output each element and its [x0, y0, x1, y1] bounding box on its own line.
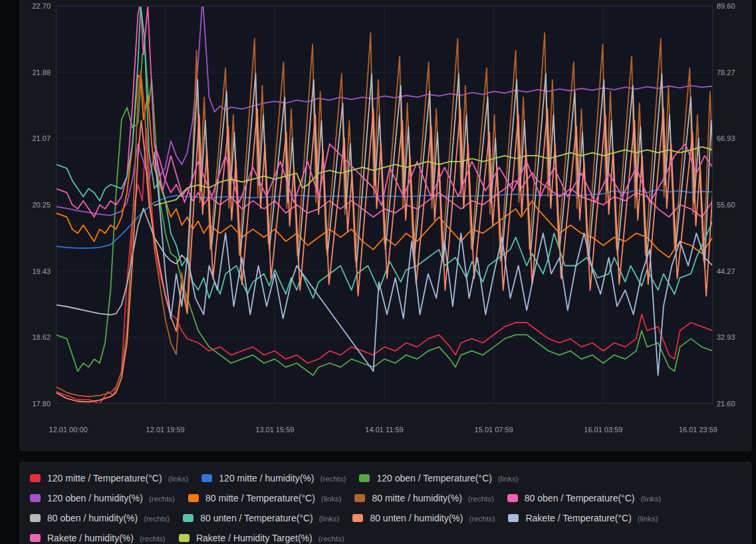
legend-label: Rakete / Humidity Target(%): [196, 533, 313, 543]
x-axis-tick: 16.01 03:59: [584, 426, 622, 434]
y-right-tick: 89.60: [717, 1, 750, 11]
legend-axis-scope: (links): [640, 493, 661, 503]
legend-label: 120 mitte / humidity(%): [219, 473, 314, 483]
y-right-tick: 66.93: [717, 133, 750, 144]
legend-label: 80 oben / humidity(%): [47, 513, 138, 523]
legend-item-80-mitte-temperature-c[interactable]: 80 mitte / Temperature(°C)(links): [188, 493, 342, 503]
legend-swatch-icon[interactable]: [201, 474, 212, 482]
legend-swatch-icon[interactable]: [354, 494, 365, 502]
legend-label: 80 mitte / humidity(%): [372, 493, 461, 503]
legend-swatch-icon[interactable]: [30, 474, 41, 482]
legend-axis-scope: (rechts): [144, 513, 170, 523]
legend-swatch-icon[interactable]: [352, 514, 363, 522]
legend-item-120-mitte-humidity[interactable]: 120 mitte / humidity(%)(rechts): [201, 473, 346, 483]
chart-svg: [56, 6, 713, 404]
y-left-tick: 21.07: [20, 133, 51, 144]
grafana-dashboard: { "panel": { "title": "Erich Erich 16" }…: [0, 0, 756, 544]
x-axis-tick: 13.01 15:59: [255, 426, 294, 434]
plot-area[interactable]: [56, 6, 713, 404]
legend-label: Rakete / humidity(%): [47, 533, 134, 543]
legend-item-80-mitte-humidity[interactable]: 80 mitte / humidity(%)(rechts): [354, 493, 493, 503]
legend-row: 120 oben / humidity(%)(rechts)80 mitte /…: [30, 491, 741, 505]
legend-swatch-icon[interactable]: [30, 494, 41, 502]
x-axis: 12.01 00:0012.01 19:5913.01 15:5914.01 1…: [56, 426, 713, 436]
legend-label: 120 oben / Temperature(°C): [376, 473, 491, 483]
x-axis-tick: 12.01 00:00: [49, 426, 88, 434]
legend-label: 80 unten / humidity(%): [370, 513, 463, 523]
y-left-tick: 22.70: [20, 1, 51, 11]
legend-axis-scope: (links): [168, 474, 189, 483]
legend-axis-scope: (links): [638, 513, 658, 523]
legend-row: Rakete / humidity(%)(rechts)Rakete / Hum…: [30, 531, 741, 544]
legend-row: 120 mitte / Temperature(°C)(links)120 mi…: [30, 472, 741, 485]
x-axis-tick: 12.01 19:59: [146, 426, 185, 434]
legend-panel: 120 mitte / Temperature(°C)(links)120 mi…: [20, 462, 751, 544]
legend-axis-scope: (links): [319, 513, 340, 523]
legend-axis-scope: (links): [321, 493, 342, 503]
legend-label: 120 mitte / Temperature(°C): [47, 473, 162, 483]
y-left-tick: 20.25: [20, 200, 51, 210]
legend-swatch-icon[interactable]: [508, 514, 519, 522]
legend-axis-scope: (links): [498, 474, 519, 483]
legend-label: Rakete / Temperature(°C): [525, 513, 631, 523]
y-left-tick: 18.62: [20, 332, 51, 342]
legend-label: 120 oben / humidity(%): [47, 493, 143, 503]
x-axis-tick: 15.01 07:59: [475, 426, 513, 434]
legend-label: 80 unten / Temperature(°C): [200, 513, 313, 523]
legend-swatch-icon[interactable]: [507, 494, 518, 502]
legend-label: 80 oben / Temperature(°C): [525, 493, 635, 503]
y-right-tick: 21.60: [717, 398, 750, 409]
y-right-tick: 32.93: [717, 332, 750, 342]
legend-item-120-oben-humidity[interactable]: 120 oben / humidity(%)(rechts): [30, 493, 175, 503]
legend-axis-scope: (rechts): [320, 474, 346, 483]
legend-item-80-unten-temperature-c[interactable]: 80 unten / Temperature(°C)(links): [183, 513, 339, 523]
y-left-tick: 21.88: [20, 67, 51, 78]
legend-item-rakete-temperature-c[interactable]: Rakete / Temperature(°C)(links): [508, 513, 658, 523]
x-axis-tick: 16.01 23:59: [679, 426, 717, 434]
x-axis-tick: 14.01 11:59: [365, 426, 403, 434]
legend-swatch-icon[interactable]: [30, 514, 41, 522]
legend-row: 80 oben / humidity(%)(rechts)80 unten / …: [30, 511, 741, 525]
legend-label: 80 mitte / Temperature(°C): [205, 493, 315, 503]
y-axis-right: 89.6078.2766.9355.6044.2732.9321.60: [717, 0, 750, 412]
legend-item-80-oben-humidity[interactable]: 80 oben / humidity(%)(rechts): [30, 513, 170, 523]
legend-swatch-icon[interactable]: [183, 514, 193, 522]
legend-item-120-mitte-temperature-c[interactable]: 120 mitte / Temperature(°C)(links): [30, 473, 188, 483]
legend-axis-scope: (rechts): [149, 493, 175, 503]
legend-axis-scope: (rechts): [140, 533, 166, 543]
legend-swatch-icon[interactable]: [188, 494, 199, 502]
legend-swatch-icon[interactable]: [179, 534, 189, 542]
y-right-tick: 78.27: [717, 67, 750, 78]
legend-item-rakete-humidity-target[interactable]: Rakete / Humidity Target(%)(rechts): [179, 533, 344, 543]
legend-item-80-oben-temperature-c[interactable]: 80 oben / Temperature(°C)(links): [507, 493, 661, 503]
legend-axis-scope: (rechts): [468, 493, 494, 503]
legend-item-rakete-humidity[interactable]: Rakete / humidity(%)(rechts): [30, 533, 166, 543]
y-left-tick: 17.80: [20, 398, 51, 409]
legend-swatch-icon[interactable]: [359, 474, 370, 482]
legend-swatch-icon[interactable]: [30, 534, 41, 542]
legend-item-80-unten-humidity[interactable]: 80 unten / humidity(%)(rechts): [352, 513, 495, 523]
y-right-tick: 44.27: [717, 266, 750, 277]
legend-axis-scope: (rechts): [469, 513, 495, 523]
legend-item-120-oben-temperature-c[interactable]: 120 oben / Temperature(°C)(links): [359, 473, 518, 483]
y-right-tick: 55.60: [717, 200, 750, 210]
y-left-tick: 19.43: [20, 266, 51, 277]
legend-axis-scope: (rechts): [318, 533, 344, 543]
y-axis-left: 22.7021.8821.0720.2519.4318.6217.80: [20, 0, 51, 412]
